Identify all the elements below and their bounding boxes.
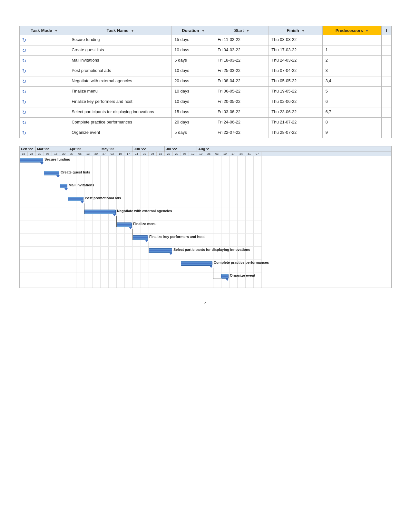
task-pred-cell: 3,4 — [323, 76, 381, 87]
gantt-bar — [132, 235, 148, 240]
gantt-connector-v — [132, 229, 133, 240]
task-finish-cell: Thu 02-06-22 — [269, 97, 323, 107]
gantt-vline — [245, 156, 246, 288]
task-finish-cell: Thu 23-06-22 — [269, 107, 323, 118]
gantt-vline — [197, 156, 197, 288]
task-dur-cell: 15 days — [172, 107, 215, 118]
table-row: ↺Finalize key performers and host10 days… — [20, 97, 392, 107]
task-start-cell: Fri 11-02-22 — [215, 35, 269, 45]
gantt-body: Secure fundingCreate guest listsMail inv… — [20, 156, 261, 288]
gantt-bar-arrow — [113, 214, 116, 216]
task-finish-cell: Thu 17-03-22 — [269, 45, 323, 56]
task-finish-cell: Thu 05-05-22 — [269, 76, 323, 87]
task-start-cell: Fri 08-04-22 — [215, 76, 269, 87]
gantt-day-cell: 29 — [173, 152, 181, 156]
gantt-bar-arrow — [210, 266, 213, 268]
task-dur-cell: 20 days — [172, 76, 215, 87]
col-pred-label: Predecessors — [336, 28, 363, 33]
gantt-month-cell: Aug '2 — [197, 146, 205, 152]
col-header-finish[interactable]: Finish ▼ — [269, 26, 323, 35]
gantt-month-cell: Mar '22 — [36, 146, 68, 152]
task-name-cell: Organize event — [69, 128, 172, 138]
gantt-day-cell: 24 — [132, 152, 141, 156]
gantt-bar — [84, 210, 116, 214]
gantt-day-cell: 26 — [205, 152, 213, 156]
table-row: ↺Mail invitations5 daysFri 18-03-22Thu 2… — [20, 56, 392, 66]
gantt-bar — [181, 261, 212, 266]
gantt-day-cell: 12 — [189, 152, 197, 156]
col-header-start[interactable]: Start ▼ — [215, 26, 269, 35]
task-finish-cell: Thu 21-07-22 — [269, 118, 323, 128]
task-extra-cell — [381, 35, 391, 45]
task-mode-icon: ↺ — [22, 78, 26, 84]
gantt-connector-v — [116, 216, 117, 227]
task-pred-cell: 8 — [323, 118, 381, 128]
gantt-hline — [20, 272, 261, 272]
col-mode-label: Task Mode — [31, 28, 52, 33]
gantt-month-header: Feb '22Mar '22Apr '22May '22Jun '22Jul '… — [20, 146, 391, 152]
gantt-day-cell: 13 — [52, 152, 60, 156]
gantt-bar-label: Complete practice performances — [214, 261, 269, 264]
gantt-bar-label: Select participants for displaying innov… — [173, 248, 250, 251]
gantt-day-cell: 10 — [221, 152, 229, 156]
task-mode-cell: ↺ — [20, 107, 69, 118]
gantt-bar-label: Post promotional ads — [85, 196, 121, 200]
gantt-connector-v — [68, 191, 68, 201]
gantt-day-cell: 06 — [76, 152, 84, 156]
gantt-vline — [44, 156, 44, 288]
task-finish-cell: Thu 03-03-22 — [269, 35, 323, 45]
task-start-cell: Fri 20-05-22 — [215, 97, 269, 107]
task-extra-cell — [381, 118, 391, 128]
task-pred-cell: 9 — [323, 128, 381, 138]
task-dur-cell: 20 days — [172, 118, 215, 128]
gantt-bar-arrow — [64, 188, 68, 191]
col-start-label: Start — [234, 28, 244, 33]
gantt-day-cell: 08 — [149, 152, 157, 156]
task-name-cell: Post promotional ads — [69, 66, 172, 76]
task-mode-icon: ↺ — [22, 68, 26, 74]
page-number: 4 — [19, 301, 392, 306]
task-name-cell: Secure funding — [69, 35, 172, 45]
gantt-connector-v — [173, 255, 173, 266]
task-extra-cell — [381, 128, 391, 138]
task-name-cell: Mail invitations — [69, 56, 172, 66]
task-dur-cell: 5 days — [172, 128, 215, 138]
gantt-bar — [20, 158, 43, 163]
gantt-vline — [221, 156, 221, 288]
gantt-bar-arrow — [81, 201, 84, 203]
gantt-hline — [20, 156, 261, 156]
table-row: ↺Select participants for displaying inno… — [20, 107, 392, 118]
gantt-vline — [52, 156, 52, 288]
gantt-day-cell: 06 — [44, 152, 52, 156]
gantt-bar-label: Mail invitations — [69, 183, 94, 187]
gantt-day-cell: 16 — [20, 152, 28, 156]
task-finish-cell: Thu 19-05-22 — [269, 87, 323, 97]
gantt-bar-arrow — [129, 227, 132, 229]
gantt-connector-h — [173, 266, 181, 266]
col-header-mode[interactable]: Task Mode ▼ — [20, 26, 69, 35]
gantt-bar — [221, 274, 229, 279]
task-mode-cell: ↺ — [20, 45, 69, 56]
sort-arrow-start: ▼ — [246, 29, 250, 33]
col-header-name[interactable]: Task Name ▼ — [69, 26, 172, 35]
gantt-vline — [20, 156, 20, 288]
col-header-duration[interactable]: Duration ▼ — [172, 26, 215, 35]
task-name-cell: Create guest lists — [69, 45, 172, 56]
gantt-connector-v — [84, 203, 84, 214]
gantt-bar-arrow — [145, 240, 148, 242]
col-header-predecessors[interactable]: Predecessors ▼ — [323, 26, 381, 35]
gantt-vline — [124, 156, 125, 288]
task-mode-icon: ↺ — [22, 130, 26, 136]
gantt-vline — [28, 156, 28, 288]
gantt-bar-arrow — [40, 163, 44, 165]
gantt-bar-label: Secure funding — [44, 157, 70, 161]
task-pred-cell: 1 — [323, 45, 381, 56]
task-start-cell: Fri 18-03-22 — [215, 56, 269, 66]
task-mode-icon: ↺ — [22, 120, 26, 126]
task-start-cell: Fri 04-03-22 — [215, 45, 269, 56]
gantt-month-cell: Apr '22 — [68, 146, 100, 152]
task-dur-cell: 10 days — [172, 45, 215, 56]
gantt-hline — [20, 221, 261, 221]
task-pred-cell: 5 — [323, 87, 381, 97]
gantt-hline — [20, 259, 261, 260]
